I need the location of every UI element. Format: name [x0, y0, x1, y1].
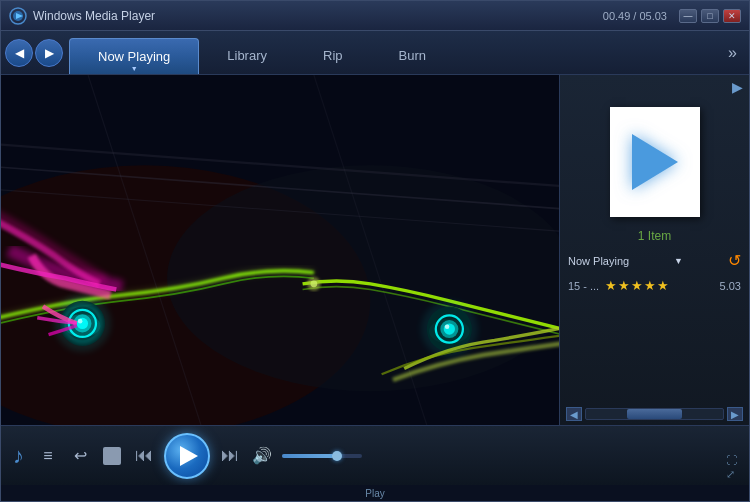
track-duration: 5.03 [720, 280, 741, 292]
star-1: ★ [605, 278, 617, 293]
titlebar: Windows Media Player 00.49 / 05.03 — □ ✕ [1, 1, 749, 31]
album-art-area [560, 99, 749, 225]
nav-tabs: Now Playing Library Rip Burn [69, 31, 720, 74]
maximize-button[interactable]: □ [701, 9, 719, 23]
now-playing-row: Now Playing ▼ ↺ [560, 247, 749, 274]
volume-fill [282, 454, 334, 458]
scrollbar-thumb [627, 409, 682, 419]
tab-rip[interactable]: Rip [295, 38, 371, 74]
next-icon: ⏭ [221, 445, 239, 466]
return-icon: ↩ [74, 446, 87, 465]
tab-library[interactable]: Library [199, 38, 295, 74]
visualization [1, 75, 559, 425]
window-controls: — □ ✕ [679, 9, 741, 23]
nav-arrows: ◀ ▶ [5, 39, 63, 67]
refresh-button[interactable]: ↺ [728, 251, 741, 270]
previous-button[interactable]: ⏮ [132, 444, 156, 468]
scrollbar-area: ◀ ▶ [560, 403, 749, 425]
back-button[interactable]: ◀ [5, 39, 33, 67]
main-content: ▶ 1 Item Now Playing ▼ ↺ 15 - ... ★ ★ ★ [1, 75, 749, 425]
svg-point-29 [310, 280, 317, 287]
panel-header: ▶ [560, 75, 749, 99]
stop-icon [103, 447, 121, 465]
album-play-icon [632, 134, 678, 190]
app-title: Windows Media Player [33, 9, 603, 23]
more-tabs-button[interactable]: » [720, 44, 745, 62]
menu-button[interactable]: ≡ [36, 444, 60, 468]
window: Windows Media Player 00.49 / 05.03 — □ ✕… [0, 0, 750, 502]
playback-time: 00.49 / 05.03 [603, 10, 667, 22]
volume-button[interactable]: 🔊 [250, 444, 274, 468]
play-pause-button[interactable] [164, 433, 210, 479]
play-label: Play [365, 488, 384, 499]
track-row: 15 - ... ★ ★ ★ ★ ★ 5.03 [560, 274, 749, 297]
star-rating[interactable]: ★ ★ ★ ★ ★ [605, 278, 669, 293]
music-note-icon: ♪ [13, 443, 24, 469]
media-area [1, 75, 559, 425]
scrollbar-track[interactable] [585, 408, 724, 420]
play-label-bar: Play [1, 485, 749, 501]
corner-buttons: ⛶ ⤢ [726, 454, 737, 485]
tab-now-playing[interactable]: Now Playing [69, 38, 199, 74]
close-button[interactable]: ✕ [723, 9, 741, 23]
forward-button[interactable]: ▶ [35, 39, 63, 67]
app-logo [9, 7, 27, 25]
stop-button[interactable] [100, 444, 124, 468]
item-count: 1 Item [560, 225, 749, 247]
album-art [610, 107, 700, 217]
tab-burn[interactable]: Burn [371, 38, 454, 74]
track-number: 15 - ... [568, 280, 599, 292]
now-playing-label: Now Playing [568, 255, 629, 267]
scroll-right-button[interactable]: ▶ [727, 407, 743, 421]
star-2: ★ [618, 278, 630, 293]
star-3: ★ [631, 278, 643, 293]
play-icon [180, 446, 198, 466]
playlist-dropdown-icon[interactable]: ▼ [674, 256, 683, 266]
panel-expand-button[interactable]: ▶ [732, 79, 743, 95]
navbar: ◀ ▶ Now Playing Library Rip Burn » [1, 31, 749, 75]
next-button[interactable]: ⏭ [218, 444, 242, 468]
volume-knob [332, 451, 342, 461]
menu-icon: ≡ [43, 447, 52, 465]
control-bar: ♪ ≡ ↩ ⏮ ⏭ 🔊 ⛶ ⤢ [1, 425, 749, 485]
star-5: ★ [657, 278, 669, 293]
scroll-left-button[interactable]: ◀ [566, 407, 582, 421]
volume-icon: 🔊 [252, 446, 272, 465]
return-button[interactable]: ↩ [68, 444, 92, 468]
fullscreen-button[interactable]: ⛶ [726, 454, 737, 466]
volume-slider[interactable] [282, 454, 362, 458]
resize-button[interactable]: ⤢ [726, 468, 737, 481]
minimize-button[interactable]: — [679, 9, 697, 23]
right-panel: ▶ 1 Item Now Playing ▼ ↺ 15 - ... ★ ★ ★ [559, 75, 749, 425]
previous-icon: ⏮ [135, 445, 153, 466]
star-4: ★ [644, 278, 656, 293]
